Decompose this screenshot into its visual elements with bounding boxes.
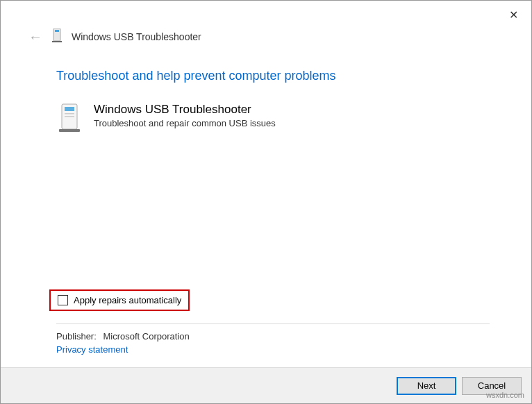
svg-rect-6 [65,116,74,117]
next-button[interactable]: Next [397,377,456,395]
troubleshooter-large-icon [56,103,83,136]
content-area: Troubleshoot and help prevent computer p… [1,56,531,367]
svg-rect-2 [52,41,62,42]
troubleshooter-small-icon [51,28,63,45]
publisher-row: Publisher: Microsoft Corporation [56,331,490,342]
troubleshooter-window: ✕ ← Windows USB Troubleshooter Troublesh… [0,0,532,404]
window-title: Windows USB Troubleshooter [72,31,201,42]
divider [56,323,490,324]
header-row: ← Windows USB Troubleshooter [1,28,531,56]
back-arrow-icon[interactable]: ← [28,29,42,45]
privacy-statement-link[interactable]: Privacy statement [56,344,490,355]
main-heading: Troubleshoot and help prevent computer p… [56,69,490,83]
svg-rect-5 [65,113,74,115]
publisher-label: Publisher: [56,331,97,342]
apply-repairs-label: Apply repairs automatically [74,295,181,305]
troubleshooter-text: Windows USB Troubleshooter Troubleshoot … [94,103,276,128]
titlebar: ✕ [1,1,531,28]
watermark: wsxdn.com [486,391,524,399]
close-button[interactable]: ✕ [501,4,526,25]
footer: Next Cancel [1,367,531,403]
item-title: Windows USB Troubleshooter [94,103,276,117]
svg-rect-7 [59,129,80,132]
item-description: Troubleshoot and repair common USB issue… [94,118,276,128]
svg-rect-1 [55,30,59,32]
troubleshooter-item: Windows USB Troubleshooter Troubleshoot … [56,103,490,136]
apply-repairs-highlight: Apply repairs automatically [49,289,190,311]
svg-rect-4 [65,107,74,111]
apply-repairs-checkbox[interactable] [58,295,68,305]
close-icon: ✕ [509,8,518,22]
publisher-value: Microsoft Corporation [103,331,189,342]
